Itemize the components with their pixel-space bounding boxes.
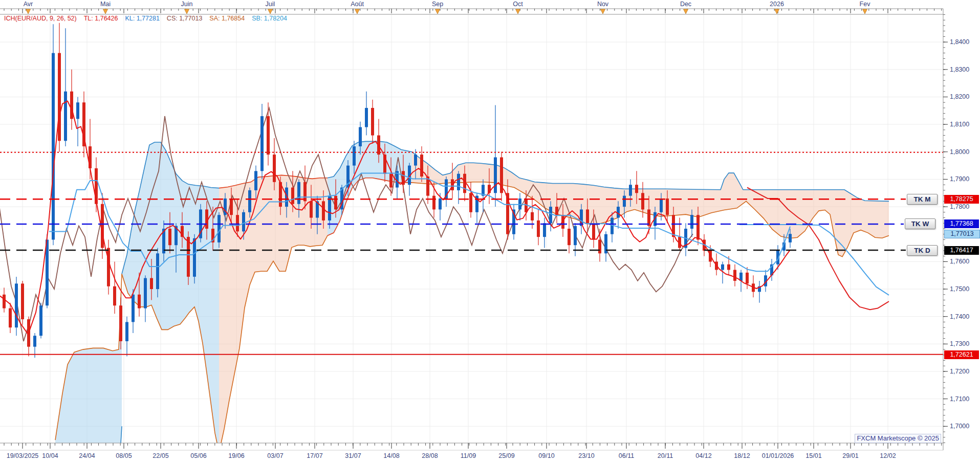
- candle-body: [727, 264, 730, 270]
- date-label: 28/08: [422, 452, 438, 459]
- watermark: FXCM Marketscope © 2025: [855, 434, 941, 443]
- candle-body: [598, 239, 601, 253]
- date-label: 04/12: [695, 452, 711, 459]
- tk-m-label: TK M: [907, 194, 938, 205]
- candle-body: [537, 221, 540, 237]
- month-label: 2026: [770, 1, 784, 8]
- date-label: 09/10: [538, 452, 554, 459]
- candle-body: [432, 196, 435, 210]
- candle-body: [107, 248, 110, 286]
- candle-body: [156, 253, 159, 289]
- candle-body: [303, 182, 307, 202]
- date-label: 18/12: [734, 452, 750, 459]
- date-label: 20/11: [658, 452, 673, 459]
- date-label: 03/07: [267, 452, 283, 459]
- price-axis-label: 1,7100: [950, 395, 969, 403]
- month-label: Nov: [597, 1, 609, 8]
- date-label: 14/08: [383, 452, 399, 459]
- price-axis-label: 1,8100: [950, 121, 969, 128]
- candle-body: [144, 278, 147, 308]
- candle-body: [420, 155, 423, 177]
- legend-sb-value: SB: 1,78204: [252, 15, 287, 22]
- candle-body: [353, 146, 356, 166]
- candle-body: [469, 193, 472, 212]
- legend-sa-value: SA: 1,76854: [209, 15, 245, 22]
- candle-body: [125, 322, 128, 341]
- date-label: 05/06: [190, 452, 206, 459]
- date-label: 19/06: [228, 452, 244, 459]
- candle-body: [260, 116, 264, 171]
- date-label: 12/02: [880, 452, 896, 459]
- date-label: 10/04: [42, 452, 58, 459]
- date-label: 31/07: [345, 452, 361, 459]
- candle-body: [217, 215, 221, 242]
- month-label: Août: [351, 1, 364, 8]
- candle-body: [617, 207, 620, 217]
- candle-body: [310, 201, 313, 217]
- candle-body: [334, 196, 337, 210]
- candle-body: [193, 238, 196, 277]
- date-label: 23/10: [578, 452, 594, 459]
- candle-body: [555, 207, 558, 215]
- candle-body: [592, 223, 595, 239]
- candle-body: [543, 223, 546, 237]
- candle-body: [549, 207, 552, 223]
- candle-body: [267, 116, 270, 155]
- candle-body: [150, 278, 153, 289]
- candle-body: [297, 182, 300, 204]
- candle-body: [746, 273, 749, 283]
- month-label: Juil: [266, 1, 275, 8]
- candle-body: [660, 199, 663, 212]
- tk-w-label: TK W: [905, 218, 935, 229]
- candle-body: [531, 212, 534, 221]
- price-axis-label: 1,8000: [950, 148, 969, 156]
- price-axis-label: 1,7200: [950, 368, 969, 375]
- candle-body: [457, 174, 460, 190]
- candle-body: [3, 295, 6, 308]
- price-chart-canvas[interactable]: AvrMaiJuinJuilAoûtSepOctNovDec2026Fev19/…: [0, 0, 980, 463]
- indicator-legend: ICH(EUR/AUD, 9, 26, 52)TL: 1,76426KL: 1,…: [4, 15, 294, 22]
- candle-body: [58, 53, 61, 141]
- candle-body: [635, 185, 638, 193]
- price-axis-label: 1,8200: [950, 93, 969, 100]
- candle-body: [518, 199, 521, 209]
- candle-body: [9, 308, 12, 328]
- candle-body: [690, 215, 693, 229]
- candle-body: [641, 193, 644, 209]
- month-label: Sep: [432, 1, 443, 8]
- candle-body: [254, 171, 257, 190]
- candle-body: [322, 201, 325, 221]
- candle-body: [439, 199, 442, 209]
- date-label: 17/07: [307, 452, 322, 459]
- candle-body: [132, 295, 135, 322]
- date-label: 22/05: [153, 452, 168, 459]
- month-label: Fev: [860, 1, 871, 8]
- candle-body: [721, 264, 724, 270]
- price-box-current: 1,77013: [944, 230, 980, 238]
- candle-body: [666, 199, 669, 215]
- candle-body: [138, 295, 141, 308]
- date-label: 01/01/2026: [762, 452, 794, 459]
- price-box-tk-m: 1,78275: [944, 195, 979, 204]
- candle-body: [789, 234, 792, 242]
- candle-body: [586, 209, 589, 223]
- candle-body: [248, 190, 251, 212]
- candle-body: [64, 92, 67, 141]
- candle-body: [733, 270, 736, 280]
- date-label: 15/01: [805, 452, 821, 459]
- candle-body: [15, 283, 18, 327]
- legend-indicator-name: ICH(EUR/AUD, 9, 26, 52): [4, 15, 77, 22]
- candle-body: [242, 212, 245, 232]
- month-label: Avr: [24, 1, 33, 8]
- candle-body: [629, 185, 632, 195]
- price-axis-label: 1,7400: [950, 313, 969, 320]
- legend-kl-value: KL: 1,77281: [125, 15, 159, 22]
- price-axis-label: 1,7000: [950, 423, 969, 430]
- candle-body: [168, 229, 171, 245]
- chart-window: AvrMaiJuinJuilAoûtSepOctNovDec2026Fev19/…: [0, 0, 980, 463]
- candle-body: [568, 229, 571, 245]
- candle-body: [21, 283, 24, 319]
- month-label: Dec: [680, 1, 691, 8]
- price-axis-label: 1,7800: [950, 203, 969, 210]
- candle-body: [291, 188, 294, 204]
